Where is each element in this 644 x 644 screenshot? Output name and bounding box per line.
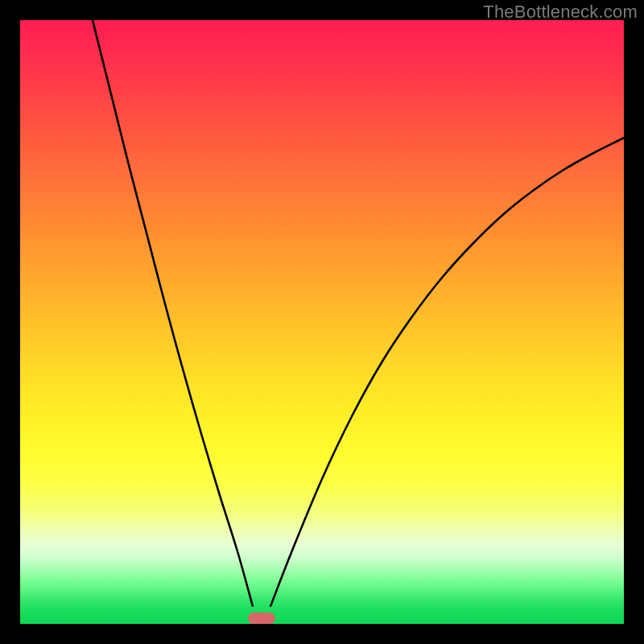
curve-left-branch xyxy=(93,20,253,606)
curve-right-branch xyxy=(270,138,624,605)
curve-layer xyxy=(20,20,624,624)
chart-frame: TheBottleneck.com xyxy=(0,0,644,644)
watermark-text: TheBottleneck.com xyxy=(483,2,638,23)
minimum-marker xyxy=(248,613,275,624)
plot-area xyxy=(20,20,624,624)
